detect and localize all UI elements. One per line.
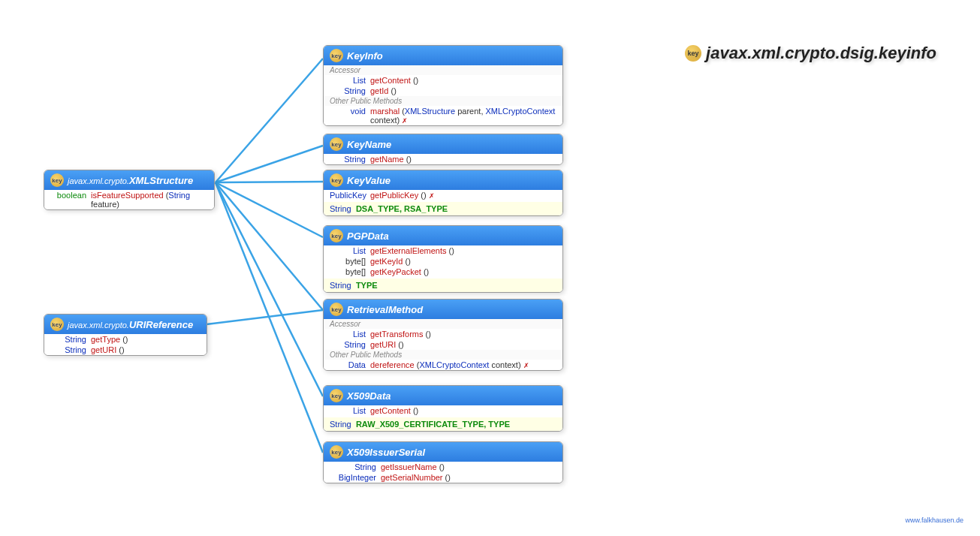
class-header: key KeyInfo xyxy=(324,46,562,65)
key-icon: key xyxy=(330,137,343,151)
key-icon: key xyxy=(330,445,343,459)
class-header: key X509Data xyxy=(324,386,562,405)
title-text: javax.xml.crypto.dsig.keyinfo xyxy=(706,44,936,63)
class-x509issuerserial: key X509IssuerSerial StringgetIssuerName… xyxy=(323,441,563,483)
svg-line-4 xyxy=(216,182,323,310)
class-name: PGPData xyxy=(347,230,389,242)
footer-link-text: www.falkhausen.de xyxy=(905,516,963,524)
constants-row: String DSA_TYPE, RSA_TYPE xyxy=(324,202,562,215)
return-type: boolean xyxy=(50,191,86,200)
svg-line-1 xyxy=(216,146,323,182)
method-row: boolean isFeatureSupported (String featu… xyxy=(44,190,214,209)
key-icon: key xyxy=(685,45,701,62)
class-keyname: key KeyName String getName () xyxy=(323,134,563,165)
section-other: Other Public Methods xyxy=(324,96,562,106)
method-row: Data dereference (XMLCryptoContext conte… xyxy=(324,360,562,370)
method-row: String getId () xyxy=(324,86,562,96)
svg-line-5 xyxy=(216,182,323,396)
class-retrievalmethod: key RetrievalMethod Accessor ListgetTran… xyxy=(323,299,563,371)
class-name: KeyInfo xyxy=(347,50,383,62)
section-other: Other Public Methods xyxy=(324,350,562,360)
class-header: key RetrievalMethod xyxy=(324,300,562,319)
section-accessor: Accessor xyxy=(324,65,562,75)
class-name: RetrievalMethod xyxy=(347,304,423,315)
key-icon: key xyxy=(50,318,64,331)
throws-icon: ✗ xyxy=(523,362,529,369)
class-xmlstructure: key javax.xml.crypto.XMLStructure boolea… xyxy=(44,170,215,210)
class-header: key javax.xml.crypto.XMLStructure xyxy=(44,170,214,190)
method-row: String getURI () xyxy=(44,345,207,355)
class-header: key KeyName xyxy=(324,134,562,154)
class-keyvalue: key KeyValue PublicKey getPublicKey () ✗… xyxy=(323,170,563,216)
throws-icon: ✗ xyxy=(429,192,435,200)
section-accessor: Accessor xyxy=(324,319,562,329)
class-name: KeyName xyxy=(347,139,391,150)
key-icon: key xyxy=(330,49,343,62)
class-header: key KeyValue xyxy=(324,170,562,190)
class-name: X509Data xyxy=(347,390,391,402)
package-text: javax.xml.crypto. xyxy=(68,176,129,185)
key-icon: key xyxy=(50,173,64,187)
svg-line-0 xyxy=(216,59,323,182)
method-row: StringgetURI () xyxy=(324,339,562,350)
svg-line-7 xyxy=(207,310,323,324)
class-keyinfo: key KeyInfo Accessor List getContent () … xyxy=(323,45,563,126)
key-icon: key xyxy=(330,173,343,187)
svg-line-3 xyxy=(216,182,323,237)
class-pgpdata: key PGPData ListgetExternalElements () b… xyxy=(323,225,563,293)
class-name: XMLStructure xyxy=(129,175,193,186)
svg-line-6 xyxy=(216,182,323,453)
class-urireference: key javax.xml.crypto.URIReference String… xyxy=(44,314,207,356)
method-row: StringgetIssuerName () xyxy=(324,462,562,472)
key-icon: key xyxy=(330,229,343,242)
method-row: List getContent () xyxy=(324,75,562,86)
method-row: ListgetTransforms () xyxy=(324,329,562,339)
method-row: String getName () xyxy=(324,154,562,164)
method-row: String getType () xyxy=(44,334,207,345)
method-row: ListgetExternalElements () xyxy=(324,245,562,256)
diagram-title: key javax.xml.crypto.dsig.keyinfo xyxy=(685,44,936,63)
class-name: URIReference xyxy=(129,319,193,330)
class-header: key javax.xml.crypto.URIReference xyxy=(44,315,207,334)
method-row: void marshal (XMLStructure parent, XMLCr… xyxy=(324,106,562,125)
footer-link[interactable]: www.falkhausen.de xyxy=(905,516,963,524)
constants-row: String TYPE xyxy=(324,279,562,292)
method-row: BigIntegergetSerialNumber () xyxy=(324,472,562,483)
key-icon: key xyxy=(330,303,343,316)
svg-line-2 xyxy=(216,182,323,182)
method-row: byte[]getKeyPacket () xyxy=(324,266,562,277)
method-row: byte[]getKeyId () xyxy=(324,256,562,266)
class-header: key X509IssuerSerial xyxy=(324,442,562,462)
class-header: key PGPData xyxy=(324,226,562,245)
constants-row: String RAW_X509_CERTIFICATE_TYPE, TYPE xyxy=(324,417,562,431)
class-name: X509IssuerSerial xyxy=(347,447,425,458)
package-text: javax.xml.crypto. xyxy=(68,321,129,330)
method-name: isFeatureSupported xyxy=(91,191,164,200)
throws-icon: ✗ xyxy=(402,117,408,125)
class-x509data: key X509Data ListgetContent () String RA… xyxy=(323,385,563,432)
class-name: KeyValue xyxy=(347,175,390,186)
method-row: ListgetContent () xyxy=(324,405,562,416)
method-row: PublicKey getPublicKey () ✗ xyxy=(324,190,562,200)
key-icon: key xyxy=(330,389,343,402)
